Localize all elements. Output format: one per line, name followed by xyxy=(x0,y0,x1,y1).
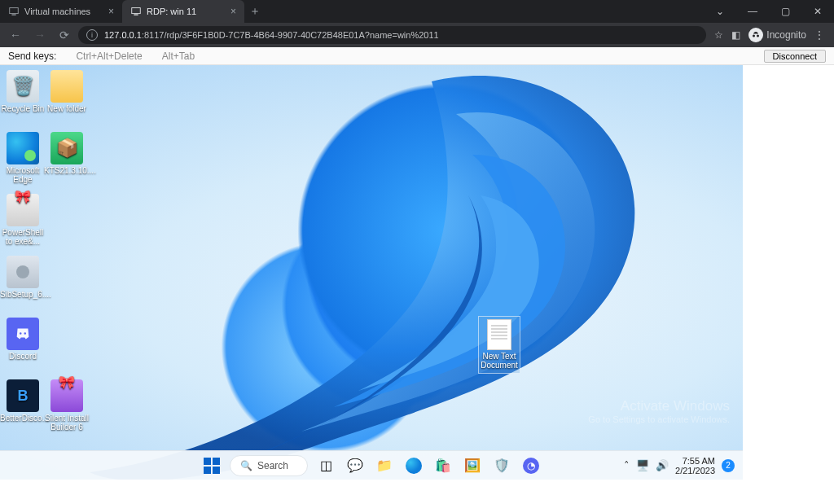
icon-label: PowerShell to exe&... xyxy=(0,228,46,246)
tab-rdp-win11[interactable]: RDP: win 11 × xyxy=(122,0,244,23)
discord-app-button[interactable]: ◔ xyxy=(520,454,542,477)
forward-button[interactable]: → xyxy=(29,25,50,45)
search-label: Search xyxy=(257,460,288,471)
svg-rect-3 xyxy=(134,15,138,15)
maximize-button[interactable]: ▢ xyxy=(769,0,801,23)
security-button[interactable]: 🛡️ xyxy=(490,454,513,477)
edge-icon xyxy=(406,458,422,474)
close-icon[interactable]: × xyxy=(108,6,114,17)
store-icon: 🛍️ xyxy=(435,458,451,473)
task-view-button[interactable]: ◫ xyxy=(314,454,337,477)
svg-rect-2 xyxy=(132,8,141,14)
desktop-icon-kts[interactable]: 📦 KTS21.3.10.... xyxy=(44,132,90,175)
incognito-indicator[interactable]: Incognito xyxy=(748,28,806,42)
window-controls: ⌄ — ▢ ✕ xyxy=(704,0,834,23)
chevron-down-icon[interactable]: ⌄ xyxy=(704,0,736,23)
start-button[interactable] xyxy=(200,454,223,477)
chat-icon: 💬 xyxy=(347,458,363,473)
back-button[interactable]: ← xyxy=(5,25,26,45)
desktop-icon-betterdiscord[interactable]: B BetterDisco... xyxy=(0,379,46,423)
desktop-icon-new-folder[interactable]: New folder xyxy=(44,70,90,113)
incognito-icon xyxy=(748,28,763,42)
vm-favicon-icon xyxy=(8,6,20,17)
date-label: 2/21/2023 xyxy=(675,466,715,476)
tab-strip: Virtual machines × RDP: win 11 × ＋ ⌄ — ▢… xyxy=(0,0,834,23)
close-window-button[interactable]: ✕ xyxy=(801,0,834,23)
file-explorer-button[interactable]: 📁 xyxy=(373,454,396,477)
betterdiscord-icon: B xyxy=(7,379,39,412)
reload-button[interactable]: ⟳ xyxy=(54,25,75,45)
chat-button[interactable]: 💬 xyxy=(344,454,367,477)
icon-label: SibSetup_6.... xyxy=(0,290,46,299)
icon-label: KTS21.3.10.... xyxy=(44,166,90,175)
tab-label: Virtual machines xyxy=(24,7,90,16)
watermark-sub: Go to Settings to activate Windows. xyxy=(588,414,730,424)
task-view-icon: ◫ xyxy=(320,458,332,473)
address-bar[interactable]: i 127.0.0.1:8117/rdp/3F6F1B0D-7C7B-4B64-… xyxy=(78,26,706,44)
text-document-icon xyxy=(487,319,511,350)
volume-icon[interactable]: 🔊 xyxy=(656,459,669,471)
page-bottom xyxy=(0,480,834,504)
icon-label: Recycle Bin xyxy=(0,104,46,113)
time-label: 7:55 AM xyxy=(675,456,715,466)
disconnect-button[interactable]: Disconnect xyxy=(764,50,826,63)
url-path: :8117/rdp/3F6F1B0D-7C7B-4B64-9907-40C72B… xyxy=(142,30,439,40)
package-icon: 📦 xyxy=(50,132,83,164)
clock[interactable]: 7:55 AM 2/21/2023 xyxy=(675,456,715,476)
folder-icon xyxy=(50,70,83,103)
icon-label: New folder xyxy=(44,104,90,113)
tab-label: RDP: win 11 xyxy=(147,7,196,16)
icon-label-line1: New Text xyxy=(483,352,516,361)
gift-icon xyxy=(7,194,39,226)
desktop-icon-new-text-document[interactable]: New TextDocument xyxy=(478,316,520,374)
icon-label: Silent Install Builder 6 xyxy=(44,414,90,432)
toolbar-right: ☆ ◧ Incognito ⋮ xyxy=(709,28,829,42)
system-tray: ˄ 🖥️ 🔊 7:55 AM 2/21/2023 2 xyxy=(624,456,743,476)
tab-virtual-machines[interactable]: Virtual machines × xyxy=(0,0,122,23)
desktop-icon-discord[interactable]: Discord xyxy=(0,318,46,361)
icon-label: BetterDisco... xyxy=(0,414,46,423)
site-info-icon[interactable]: i xyxy=(86,29,98,41)
icon-label: Discord xyxy=(0,352,46,361)
send-ctrl-alt-del[interactable]: Ctrl+Alt+Delete xyxy=(76,50,142,62)
taskbar: 🔍 Search ◫ 💬 📁 🛍️ 🖼️ 🛡️ ◔ ˄ 🖥️ 🔊 7:55 AM xyxy=(0,450,743,480)
activate-windows-watermark: Activate Windows Go to Settings to activ… xyxy=(588,398,730,424)
icon-label: Microsoft Edge xyxy=(0,166,46,184)
desktop-icon-edge[interactable]: Microsoft Edge xyxy=(0,132,46,184)
menu-icon[interactable]: ⋮ xyxy=(814,29,824,41)
page-gutter xyxy=(743,65,834,480)
tray-overflow-icon[interactable]: ˄ xyxy=(624,459,630,471)
address-row: ← → ⟳ i 127.0.0.1:8117/rdp/3F6F1B0D-7C7B… xyxy=(0,23,834,47)
wallpaper-icon xyxy=(0,65,743,480)
desktop-icon-silent-install-builder[interactable]: Silent Install Builder 6 xyxy=(44,379,90,432)
minimize-button[interactable]: — xyxy=(736,0,769,23)
svg-rect-0 xyxy=(10,8,19,14)
taskbar-search[interactable]: 🔍 Search xyxy=(230,455,308,476)
edge-button[interactable] xyxy=(402,454,425,477)
discord-icon xyxy=(7,318,39,350)
edge-icon xyxy=(7,132,39,164)
rdp-toolbar: Send keys: Ctrl+Alt+Delete Alt+Tab Disco… xyxy=(0,47,834,65)
folder-icon: 📁 xyxy=(376,458,393,473)
remote-desktop-wrap: 🗑️ Recycle Bin New folder Microsoft Edge… xyxy=(0,65,834,480)
desktop-icon-recycle-bin[interactable]: 🗑️ Recycle Bin xyxy=(0,70,46,113)
svg-rect-1 xyxy=(11,15,15,15)
url-host: 127.0.0.1 xyxy=(104,30,142,40)
bookmark-icon[interactable]: ☆ xyxy=(714,29,723,41)
store-button[interactable]: 🛍️ xyxy=(432,454,454,477)
send-alt-tab[interactable]: Alt+Tab xyxy=(162,50,195,62)
remote-desktop[interactable]: 🗑️ Recycle Bin New folder Microsoft Edge… xyxy=(0,65,743,480)
taskbar-center: 🔍 Search ◫ 💬 📁 🛍️ 🖼️ 🛡️ ◔ xyxy=(200,454,542,477)
photos-icon: 🖼️ xyxy=(464,458,481,473)
new-tab-button[interactable]: ＋ xyxy=(244,2,266,21)
extensions-icon[interactable]: ◧ xyxy=(731,29,740,41)
notification-badge[interactable]: 2 xyxy=(722,459,735,472)
photos-button[interactable]: 🖼️ xyxy=(461,454,484,477)
close-icon[interactable]: × xyxy=(230,6,236,17)
discord-icon: ◔ xyxy=(523,458,539,474)
desktop-icon-sibsetup[interactable]: SibSetup_6.... xyxy=(0,256,46,299)
send-keys-label: Send keys: xyxy=(8,50,56,62)
network-icon[interactable]: 🖥️ xyxy=(636,459,649,471)
desktop-icon-powershell[interactable]: PowerShell to exe&... xyxy=(0,194,46,246)
windows-logo-icon xyxy=(200,454,223,477)
